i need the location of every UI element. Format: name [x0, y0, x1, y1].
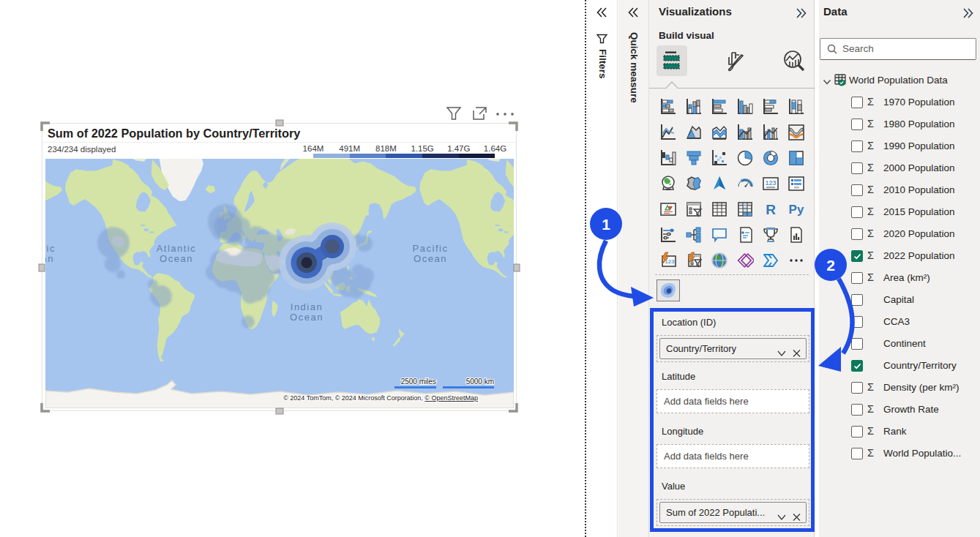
svg-text:fic: fic	[45, 243, 56, 254]
svg-text:Indian: Indian	[291, 301, 323, 312]
svg-text:Ocean: Ocean	[414, 253, 447, 264]
svg-text:R: R	[766, 202, 776, 217]
svg-text:Ocean: Ocean	[160, 253, 193, 264]
svg-text:Ocean: Ocean	[290, 312, 323, 323]
svg-text:2500 miles: 2500 miles	[401, 378, 436, 386]
svg-text:Pacific: Pacific	[413, 243, 449, 254]
svg-text:Atlantic: Atlantic	[157, 243, 197, 254]
svg-text:an: an	[45, 253, 54, 264]
svg-text:123: 123	[765, 179, 776, 187]
svg-text:© 2024 TomTom, © 2024 Microsof: © 2024 TomTom, © 2024 Microsoft Corporat…	[283, 394, 478, 402]
svg-text:5000 km: 5000 km	[466, 378, 494, 386]
svg-text:Py: Py	[789, 203, 804, 217]
